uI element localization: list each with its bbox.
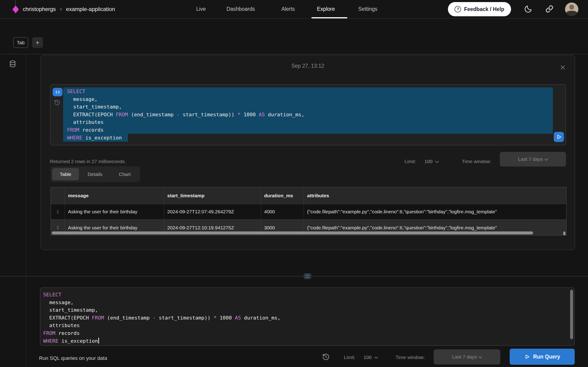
sql-line: message, bbox=[67, 95, 304, 103]
sql-line: WHERE is_exception bbox=[67, 134, 304, 142]
table-row[interactable]: 1Asking the user for their birthday2024-… bbox=[51, 204, 566, 219]
close-snapshot-button[interactable] bbox=[559, 64, 566, 71]
nav-item-explore[interactable]: Explore bbox=[317, 6, 335, 12]
tab-details[interactable]: Details bbox=[79, 168, 111, 180]
nav-item-alerts[interactable]: Alerts bbox=[281, 6, 295, 12]
sql-code-input[interactable]: SELECT message, start_timestamp, EXTRACT… bbox=[43, 291, 280, 345]
schema-browser-button[interactable] bbox=[9, 60, 16, 69]
nav-item-dashboards[interactable]: Dashboards bbox=[226, 6, 255, 12]
limit-label: Limit: bbox=[344, 355, 355, 360]
breadcrumb: christophergs > example-application bbox=[23, 0, 115, 18]
horizontal-scrollbar[interactable] bbox=[52, 232, 533, 234]
sql-line: attributes bbox=[43, 322, 280, 329]
editor-vertical-scrollbar[interactable] bbox=[570, 290, 573, 339]
limit-label: Limit: bbox=[405, 159, 416, 164]
navbar-divider bbox=[0, 18, 588, 19]
chevron-down-icon bbox=[545, 157, 548, 161]
sidebar-divider bbox=[26, 54, 26, 367]
editor-gutter bbox=[51, 85, 63, 145]
help-circle-icon: ? bbox=[455, 6, 461, 12]
moon-icon bbox=[524, 5, 533, 13]
user-avatar[interactable] bbox=[565, 2, 578, 16]
play-icon bbox=[556, 134, 562, 140]
cell-attributes: {"code.filepath":"example.py","code.line… bbox=[304, 204, 566, 219]
snapshot-timestamp: Sep 27, 13:12 bbox=[41, 63, 575, 69]
sql-line: message, bbox=[43, 299, 280, 307]
nav-item-live[interactable]: Live bbox=[196, 6, 206, 12]
history-icon bbox=[54, 99, 61, 106]
limit-dropdown[interactable]: 100 bbox=[424, 159, 438, 164]
cell-duration-ms: 4000 bbox=[261, 204, 304, 219]
play-icon bbox=[524, 354, 530, 360]
logfire-explore-page: christophergs > example-application Live… bbox=[0, 0, 588, 367]
code-icon bbox=[55, 90, 61, 95]
cell-start-timestamp: 2024-09-27T12:07:49.264279Z bbox=[164, 204, 261, 219]
result-summary: Returned 2 rows in 27 milliseconds. bbox=[50, 159, 126, 164]
share-link-button[interactable] bbox=[545, 5, 554, 14]
time-window-dropdown[interactable]: Last 7 days bbox=[434, 349, 500, 365]
run-query-label: Run Query bbox=[533, 354, 560, 360]
add-tab-button[interactable]: + bbox=[32, 37, 43, 48]
chevron-down-icon bbox=[479, 355, 482, 359]
table-header-row: messagestart_timestampduration_msattribu… bbox=[51, 187, 566, 204]
sql-line: start_timestamp, bbox=[43, 306, 280, 314]
view-tabs: Table Details Chart bbox=[51, 166, 140, 182]
time-window-label: Time window: bbox=[396, 355, 425, 360]
tab-table[interactable]: Table bbox=[52, 168, 79, 180]
history-icon bbox=[322, 353, 330, 361]
sql-line: SELECT bbox=[67, 88, 304, 95]
sql-line: attributes bbox=[67, 118, 304, 126]
theme-toggle-button[interactable] bbox=[524, 5, 533, 14]
breadcrumb-org[interactable]: christophergs bbox=[23, 6, 56, 12]
column-header-attributes: attributes bbox=[304, 187, 566, 204]
vertical-scrollbar[interactable] bbox=[563, 232, 565, 236]
column-header-duration_ms: duration_ms bbox=[261, 187, 304, 204]
query-snapshot-card: Sep 27, 13:12 SE bbox=[40, 55, 575, 250]
logo-stem-line bbox=[15, 0, 16, 6]
nav-item-settings[interactable]: Settings bbox=[358, 6, 377, 12]
database-icon bbox=[9, 60, 16, 68]
row-number-header bbox=[51, 187, 65, 204]
feedback-help-button[interactable]: ? Feedback / Help bbox=[448, 2, 511, 16]
sql-editor-snapshot[interactable]: SELECT message, start_timestamp, EXTRACT… bbox=[50, 84, 566, 145]
results-table: messagestart_timestampduration_msattribu… bbox=[51, 187, 567, 236]
sql-code-snapshot[interactable]: SELECT message, start_timestamp, EXTRACT… bbox=[67, 88, 304, 142]
sql-line: EXTRACT(EPOCH FROM (end_timestamp - star… bbox=[43, 314, 280, 322]
logfire-logo-icon[interactable] bbox=[12, 6, 19, 13]
tabbar-divider bbox=[0, 54, 588, 54]
sql-editor-input[interactable]: SELECT message, start_timestamp, EXTRACT… bbox=[40, 287, 575, 346]
link-icon bbox=[545, 5, 554, 13]
feedback-help-label: Feedback / Help bbox=[464, 6, 504, 12]
run-query-button[interactable]: Run Query bbox=[510, 349, 575, 365]
cell-message: Asking the user for their birthday bbox=[65, 204, 164, 219]
time-window-dropdown[interactable]: Last 7 days bbox=[500, 152, 566, 167]
chevron-down-icon bbox=[435, 159, 439, 163]
sql-line: WHERE is_exception bbox=[43, 337, 280, 345]
pane-resize-divider bbox=[0, 276, 588, 276]
breadcrumb-project[interactable]: example-application bbox=[66, 6, 115, 12]
breadcrumb-separator: > bbox=[60, 6, 62, 12]
sql-line: FROM records bbox=[67, 126, 304, 134]
text-cursor bbox=[98, 338, 99, 344]
limit-dropdown[interactable]: 100 bbox=[363, 355, 377, 360]
column-header-start_timestamp: start_timestamp bbox=[164, 187, 261, 204]
code-block-button[interactable] bbox=[52, 88, 62, 96]
sql-line: FROM records bbox=[43, 329, 280, 337]
sql-line: SELECT bbox=[43, 291, 280, 299]
top-navbar: christophergs > example-application Live… bbox=[0, 0, 588, 18]
close-icon bbox=[560, 65, 566, 70]
footer-hint: Run SQL queries on your data bbox=[39, 355, 107, 361]
sql-line: EXTRACT(EPOCH FROM (end_timestamp - star… bbox=[67, 111, 304, 119]
query-tab-button[interactable]: Tab bbox=[13, 37, 28, 48]
pane-resize-handle[interactable] bbox=[304, 273, 311, 279]
tab-chart[interactable]: Chart bbox=[111, 168, 138, 180]
run-snapshot-query-button[interactable] bbox=[554, 132, 564, 142]
column-header-message: message bbox=[65, 187, 164, 204]
sql-line: start_timestamp, bbox=[67, 103, 304, 111]
row-number: 1 bbox=[51, 204, 65, 219]
chevron-down-icon bbox=[374, 355, 378, 359]
query-history-button[interactable] bbox=[54, 99, 61, 106]
time-window-label: Time window: bbox=[462, 159, 491, 164]
query-history-button-footer[interactable] bbox=[321, 353, 330, 361]
